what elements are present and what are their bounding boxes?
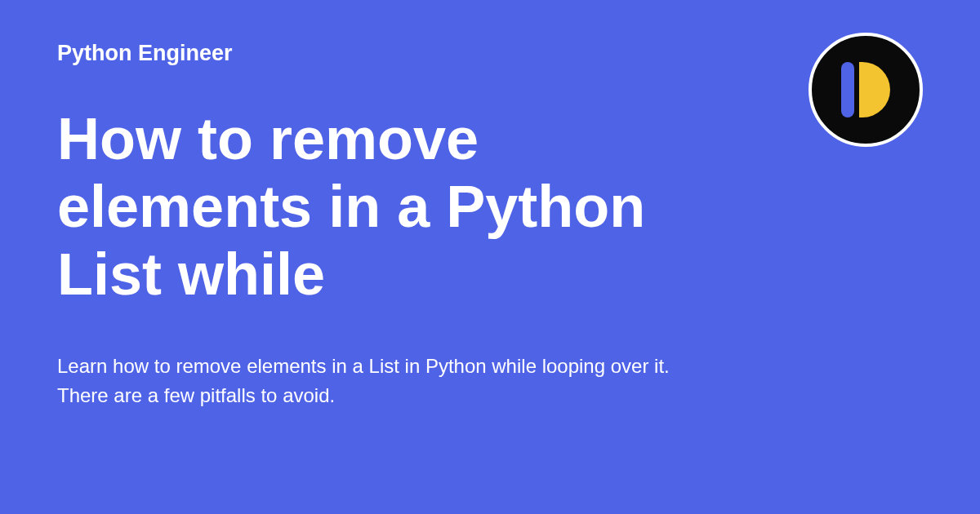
logo-bar-shape (841, 62, 854, 117)
logo-icon (841, 62, 890, 117)
page-description: Learn how to remove elements in a List i… (57, 352, 710, 410)
page-title: How to remove elements in a Python List … (57, 105, 670, 308)
logo-d-shape (859, 62, 890, 117)
site-name: Python Engineer (57, 41, 923, 66)
site-logo (808, 33, 923, 147)
